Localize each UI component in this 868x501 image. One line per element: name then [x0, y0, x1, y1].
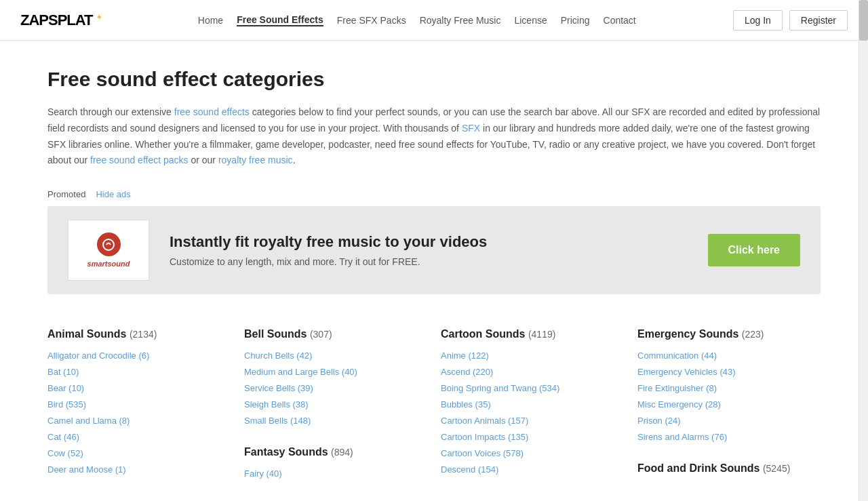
- promoted-label: Promoted: [47, 189, 85, 199]
- bear-link[interactable]: Bear (10): [47, 383, 84, 393]
- category-emergency-heading: Emergency Sounds (223): [637, 328, 821, 340]
- list-item: Alligator and Crocodile (6): [47, 350, 231, 361]
- nav-free-sound-effects[interactable]: Free Sound Effects: [237, 14, 323, 26]
- nav-free-sfx-packs[interactable]: Free SFX Packs: [337, 15, 406, 26]
- bird-link[interactable]: Bird (535): [47, 399, 86, 409]
- list-item: Bear (10): [47, 382, 231, 393]
- category-bell-sounds: Bell Sounds (307) Church Bells (42) Medi…: [244, 328, 427, 484]
- ad-logo: smartsound: [87, 233, 130, 268]
- ad-banner: smartsound Instantly fit royalty free mu…: [47, 206, 821, 294]
- promoted-bar: Promoted Hide ads: [47, 189, 821, 199]
- list-item: Cow (52): [47, 447, 231, 458]
- free-sound-effects-link[interactable]: free sound effects: [174, 106, 250, 117]
- list-item: Cat (46): [47, 431, 231, 442]
- nav-home[interactable]: Home: [198, 15, 223, 26]
- list-item: Communication (44): [637, 350, 821, 361]
- medium-large-bells-link[interactable]: Medium and Large Bells (40): [244, 367, 357, 377]
- sound-effect-packs-link[interactable]: free sound effect packs: [90, 155, 189, 165]
- nav-pricing[interactable]: Pricing: [561, 15, 590, 26]
- cartoon-animals-link[interactable]: Cartoon Animals (157): [441, 416, 528, 426]
- bubbles-link[interactable]: Bubbles (35): [441, 399, 491, 409]
- list-item: Sleigh Bells (38): [244, 399, 427, 409]
- list-item: Anime (122): [441, 350, 624, 361]
- ad-logo-icon: [97, 233, 121, 256]
- main-content: Free sound effect categories Search thro…: [27, 41, 841, 501]
- church-bells-link[interactable]: Church Bells (42): [244, 350, 312, 361]
- list-item: Boing Spring and Twang (534): [441, 382, 624, 393]
- login-button[interactable]: Log In: [733, 10, 783, 31]
- ad-logo-box: smartsound: [68, 220, 149, 281]
- hide-ads-link[interactable]: Hide ads: [96, 189, 130, 199]
- fantasy-sounds-list: Fairy (40): [244, 468, 427, 479]
- alligator-crocodile-link[interactable]: Alligator and Crocodile (6): [47, 350, 149, 361]
- list-item: Misc Emergency (28): [637, 399, 821, 409]
- list-item: Sirens and Alarms (76): [637, 431, 821, 442]
- bat-link[interactable]: Bat (10): [47, 367, 79, 377]
- auth-buttons: Log In Register: [733, 10, 848, 31]
- list-item: Fairy (40): [244, 468, 427, 479]
- category-cartoon-sounds: Cartoon Sounds (4119) Anime (122) Ascend…: [441, 328, 624, 484]
- cat-link[interactable]: Cat (46): [47, 432, 79, 442]
- logo[interactable]: ZAPSPLAT ✦: [20, 12, 101, 29]
- svg-point-0: [103, 239, 114, 250]
- category-cartoon-heading: Cartoon Sounds (4119): [441, 328, 624, 340]
- communication-link[interactable]: Communication (44): [637, 350, 717, 361]
- list-item: Emergency Vehicles (43): [637, 366, 821, 377]
- list-item: Deer and Moose (1): [47, 464, 231, 475]
- category-food-drink-heading: Food and Drink Sounds (5245): [637, 462, 821, 475]
- ad-subtext: Customize to any length, mix and more. T…: [170, 256, 688, 267]
- prison-link[interactable]: Prison (24): [637, 416, 681, 426]
- nav-royalty-free-music[interactable]: Royalty Free Music: [420, 15, 501, 26]
- category-bell-heading: Bell Sounds (307): [244, 328, 427, 340]
- small-bells-link[interactable]: Small Bells (148): [244, 416, 311, 426]
- list-item: Church Bells (42): [244, 350, 427, 361]
- category-fantasy-heading: Fantasy Sounds (894): [244, 446, 427, 458]
- sirens-alarms-link[interactable]: Sirens and Alarms (76): [637, 432, 727, 442]
- service-bells-link[interactable]: Service Bells (39): [244, 383, 313, 393]
- cartoon-impacts-link[interactable]: Cartoon Impacts (135): [441, 432, 528, 442]
- list-item: Camel and Llama (8): [47, 415, 231, 426]
- boing-link[interactable]: Boing Spring and Twang (534): [441, 383, 559, 393]
- ascend-link[interactable]: Ascend (220): [441, 367, 493, 377]
- ad-logo-text: smartsound: [87, 260, 130, 268]
- ad-text: Instantly fit royalty free music to your…: [170, 233, 688, 267]
- intro-text: Search through our extensive free sound …: [47, 104, 821, 169]
- anime-link[interactable]: Anime (122): [441, 350, 489, 361]
- descend-link[interactable]: Descend (154): [441, 464, 498, 475]
- list-item: Bird (535): [47, 399, 231, 409]
- camel-llama-link[interactable]: Camel and Llama (8): [47, 416, 130, 426]
- cartoon-voices-link[interactable]: Cartoon Voices (578): [441, 448, 524, 458]
- list-item: Bat (10): [47, 366, 231, 377]
- list-item: Prison (24): [637, 415, 821, 426]
- nav-contact[interactable]: Contact: [604, 15, 636, 26]
- sfx-link[interactable]: SFX: [462, 123, 480, 134]
- ad-cta-button[interactable]: Click here: [708, 234, 800, 266]
- logo-text: ZAPSPLAT: [20, 12, 92, 28]
- header: ZAPSPLAT ✦ Home Free Sound Effects Free …: [0, 0, 868, 41]
- nav-license[interactable]: License: [514, 15, 547, 26]
- nav: Home Free Sound Effects Free SFX Packs R…: [198, 14, 636, 26]
- bell-sounds-list: Church Bells (42) Medium and Large Bells…: [244, 350, 427, 426]
- list-item: Small Bells (148): [244, 415, 427, 426]
- list-item: Fire Extinguisher (8): [637, 382, 821, 393]
- register-button[interactable]: Register: [789, 10, 848, 31]
- emergency-vehicles-link[interactable]: Emergency Vehicles (43): [637, 367, 736, 377]
- deer-moose-link[interactable]: Deer and Moose (1): [47, 464, 126, 475]
- page-title: Free sound effect categories: [47, 68, 821, 91]
- sleigh-bells-link[interactable]: Sleigh Bells (38): [244, 399, 309, 409]
- list-item: Service Bells (39): [244, 382, 427, 393]
- ad-headline: Instantly fit royalty free music to your…: [170, 233, 688, 251]
- scrollbar-thumb[interactable]: [859, 0, 868, 41]
- list-item: Cartoon Animals (157): [441, 415, 624, 426]
- cartoon-sounds-list: Anime (122) Ascend (220) Boing Spring an…: [441, 350, 624, 475]
- cow-link[interactable]: Cow (52): [47, 448, 83, 458]
- misc-emergency-link[interactable]: Misc Emergency (28): [637, 399, 721, 409]
- royalty-free-music-link[interactable]: royalty free music: [218, 155, 293, 165]
- fairy-link[interactable]: Fairy (40): [244, 468, 282, 479]
- category-animal-sounds: Animal Sounds (2134) Alligator and Croco…: [47, 328, 231, 484]
- emergency-sounds-list: Communication (44) Emergency Vehicles (4…: [637, 350, 821, 442]
- fire-extinguisher-link[interactable]: Fire Extinguisher (8): [637, 383, 717, 393]
- list-item: Ascend (220): [441, 366, 624, 377]
- scrollbar-track[interactable]: [859, 0, 868, 501]
- list-item: Cartoon Voices (578): [441, 447, 624, 458]
